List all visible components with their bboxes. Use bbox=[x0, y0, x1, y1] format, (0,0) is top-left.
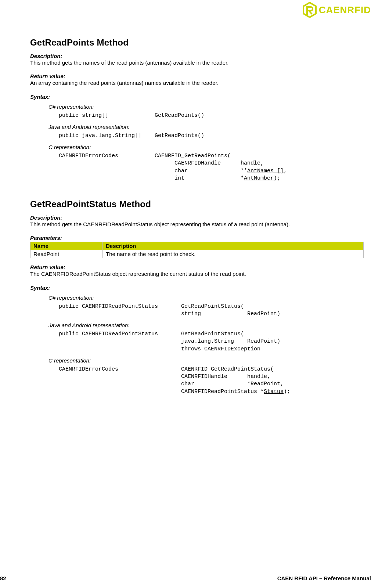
page-footer: 82 CAEN RFID API – Reference Manual bbox=[0, 575, 371, 581]
section-title-getreadpoints: GetReadPoints Method bbox=[30, 37, 364, 48]
page-content: GetReadPoints Method Description: This m… bbox=[0, 4, 371, 396]
page-number: 82 bbox=[0, 575, 6, 581]
param-name: ReadPoint bbox=[30, 250, 103, 258]
c-code-line: char *ReadPoint, bbox=[59, 381, 284, 387]
description-text: This method gets the names of the read p… bbox=[30, 59, 364, 66]
c-code-line-prefix: char ** bbox=[59, 168, 247, 174]
c-code-line: CAENRFIDHandle handle, bbox=[59, 160, 264, 166]
return-value-label: Return value: bbox=[30, 73, 364, 79]
table-header-description: Description bbox=[103, 242, 364, 250]
table-row: Name Description bbox=[30, 242, 364, 250]
c-code-underlined: AntNumber bbox=[244, 175, 274, 181]
c-representation-label: C representation: bbox=[48, 144, 364, 150]
syntax-label: Syntax: bbox=[30, 94, 364, 100]
hexagon-r-icon bbox=[303, 2, 317, 18]
section-title-getreadpointstatus: GetReadPointStatus Method bbox=[30, 199, 364, 209]
c-code-underlined: AntNames [] bbox=[247, 168, 284, 174]
page: CAENRFID GetReadPoints Method Descriptio… bbox=[0, 0, 371, 588]
param-description: The name of the read point to check. bbox=[103, 250, 364, 258]
return-value-text: The CAENRFIDReadPointStatus object rapre… bbox=[30, 270, 364, 278]
c-code-line: CAENRFIDHandle handle, bbox=[59, 374, 270, 380]
c-code: CAENRFIDErrorCodes CAENRFID_GetReadPoint… bbox=[59, 152, 364, 182]
table-row: ReadPoint The name of the read point to … bbox=[30, 250, 364, 258]
parameters-label: Parameters: bbox=[30, 235, 364, 241]
brand-text: CAENRFID bbox=[319, 4, 371, 16]
java-representation-label: Java and Android representation: bbox=[48, 124, 364, 130]
c-code-line: CAENRFIDErrorCodes CAENRFID_GetReadPoint… bbox=[59, 366, 274, 372]
manual-title: CAEN RFID API – Reference Manual bbox=[277, 575, 371, 581]
syntax-label: Syntax: bbox=[30, 285, 364, 291]
table-header-name: Name bbox=[30, 242, 103, 250]
description-label: Description: bbox=[30, 214, 364, 221]
java-code: public java.lang.String[] GetReadPoints(… bbox=[59, 132, 364, 140]
c-code-line: CAENRFIDErrorCodes CAENRFID_GetReadPoint… bbox=[59, 153, 231, 159]
csharp-representation-label: C# representation: bbox=[48, 104, 364, 110]
c-code-line-suffix: ); bbox=[284, 389, 290, 395]
syntax-block: C# representation: public string[] GetRe… bbox=[48, 104, 364, 183]
c-code-underlined: Status bbox=[264, 389, 284, 395]
java-representation-label: Java and Android representation: bbox=[48, 322, 364, 328]
c-code-line-prefix: CAENRFIDReadPointStatus * bbox=[59, 389, 264, 395]
c-code-line-suffix: ); bbox=[274, 175, 280, 181]
c-code-line-prefix: int * bbox=[59, 175, 244, 181]
return-value-text: An array containing the read points (ant… bbox=[30, 79, 364, 87]
description-label: Description: bbox=[30, 53, 364, 59]
c-representation-label: C representation: bbox=[48, 357, 364, 364]
csharp-code: public CAENRFIDReadPointStatus GetReadPo… bbox=[59, 303, 364, 318]
c-code-line-suffix: , bbox=[284, 168, 287, 174]
return-value-label: Return value: bbox=[30, 264, 364, 270]
brand-logo: CAENRFID bbox=[303, 2, 371, 18]
java-code: public CAENRFIDReadPointStatus GetReadPo… bbox=[59, 331, 364, 353]
syntax-block: C# representation: public CAENRFIDReadPo… bbox=[48, 295, 364, 396]
csharp-representation-label: C# representation: bbox=[48, 295, 364, 301]
parameters-table: Name Description ReadPoint The name of t… bbox=[30, 242, 364, 258]
c-code: CAENRFIDErrorCodes CAENRFID_GetReadPoint… bbox=[59, 366, 364, 396]
csharp-code: public string[] GetReadPoints() bbox=[59, 112, 364, 119]
description-text: This method gets the CAENRFIDReadPointSt… bbox=[30, 221, 364, 228]
